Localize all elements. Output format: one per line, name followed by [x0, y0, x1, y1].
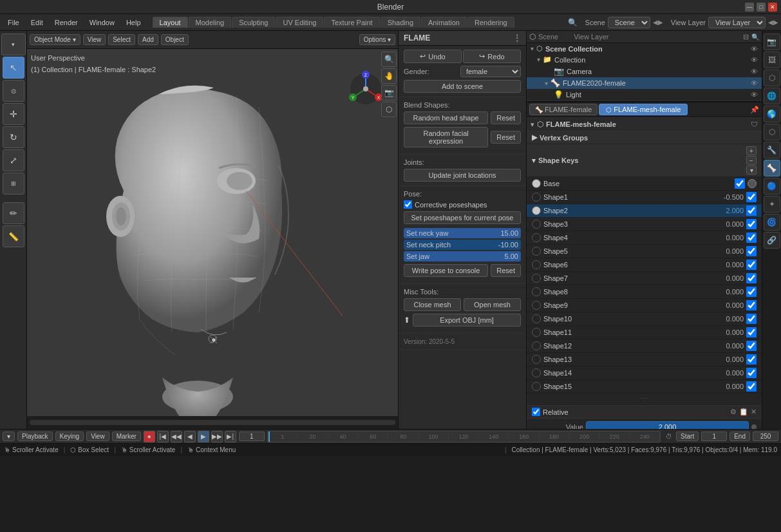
- collection-item[interactable]: ▾ 📁 Collection 👁: [527, 54, 762, 65]
- filter-icon[interactable]: ⊟: [743, 33, 749, 41]
- view-menu[interactable]: View: [83, 34, 106, 45]
- select-menu[interactable]: Select: [108, 34, 135, 45]
- tl-playback-btn[interactable]: Playback: [17, 432, 53, 441]
- props-view-layer-icon[interactable]: ⬡: [764, 70, 780, 86]
- camera-btn[interactable]: 📷: [381, 85, 397, 100]
- tool-transform[interactable]: ⊞: [3, 173, 24, 195]
- props-particles-icon[interactable]: ✦: [764, 196, 780, 213]
- workspace-layout[interactable]: Layout: [153, 17, 188, 28]
- tl-frame-strip[interactable]: 1 20 40 60 80 100 120 140 160 180 200 22…: [267, 431, 661, 442]
- shape-key-shape3[interactable]: Shape3 0.000: [527, 218, 762, 231]
- shape-key-down-btn[interactable]: ▾: [746, 166, 757, 175]
- props-options-icon[interactable]: 📌: [750, 106, 759, 114]
- sk-check-shape11[interactable]: [746, 327, 757, 337]
- lamp-btn[interactable]: ⬡: [381, 102, 397, 117]
- menu-help[interactable]: Help: [121, 17, 146, 28]
- camera-eye[interactable]: 👁: [751, 68, 758, 75]
- props-scene-icon[interactable]: 🌐: [764, 88, 780, 104]
- add-shape-key-btn[interactable]: +: [746, 146, 757, 155]
- shape-key-shape9[interactable]: Shape9 0.000: [527, 299, 762, 312]
- value-input[interactable]: [586, 421, 749, 429]
- props-output-icon[interactable]: 🖼: [764, 52, 780, 68]
- tl-keying-btn[interactable]: Keying: [55, 432, 84, 441]
- sk-check-shape13[interactable]: [746, 354, 757, 365]
- rel-icon2[interactable]: 📋: [739, 408, 748, 416]
- scene-selector[interactable]: Scene: [608, 17, 650, 28]
- flame-female-item[interactable]: ▾ 🦴 FLAME2020-female 👁: [527, 77, 762, 89]
- workspace-uv-editing[interactable]: UV Editing: [276, 17, 323, 28]
- random-facial-btn[interactable]: Random facial expression: [404, 127, 488, 147]
- sk-check-shape4[interactable]: [746, 233, 757, 243]
- relative-check[interactable]: [532, 408, 540, 416]
- shape-key-shape11[interactable]: Shape11 0.000: [527, 326, 762, 339]
- mode-selector[interactable]: ▾: [1, 33, 26, 55]
- shape-key-shape14[interactable]: Shape14 0.000: [527, 366, 762, 380]
- shape-key-shape4[interactable]: Shape4 0.000: [527, 231, 762, 245]
- tl-skip-end-btn[interactable]: ▶|: [225, 431, 236, 442]
- redo-button[interactable]: ↪ Redo: [463, 50, 521, 63]
- tool-rotate[interactable]: ↻: [3, 126, 24, 148]
- tl-next-btn[interactable]: ▶▶: [211, 431, 223, 442]
- reset-pose-btn[interactable]: Reset: [491, 264, 521, 277]
- sk-check-shape10[interactable]: [746, 314, 757, 324]
- props-object-icon[interactable]: ⬡: [764, 124, 780, 140]
- menu-render[interactable]: Render: [50, 17, 83, 28]
- collection-eye[interactable]: 👁: [751, 56, 758, 64]
- minimize-button[interactable]: —: [745, 3, 754, 12]
- shape-key-shape10[interactable]: Shape10 0.000: [527, 312, 762, 326]
- props-constraints-icon[interactable]: 🔗: [764, 232, 780, 249]
- tl-play-btn[interactable]: ▶: [198, 431, 209, 442]
- zoom-out-btn[interactable]: 🤚: [381, 68, 397, 84]
- maximize-button[interactable]: □: [757, 3, 766, 12]
- props-physics-icon[interactable]: 🌀: [764, 214, 780, 231]
- corrective-poseshapes-check[interactable]: [404, 200, 412, 209]
- workspace-rendering[interactable]: Rendering: [467, 17, 514, 28]
- shape-key-shape1[interactable]: Shape1 -0.500: [527, 191, 762, 204]
- sk-check-shape9[interactable]: [746, 300, 757, 310]
- tl-view-btn[interactable]: View: [86, 432, 109, 441]
- shape-keys-section[interactable]: ▾ Shape Keys + − ▾: [527, 144, 762, 177]
- rel-icon3[interactable]: ✕: [751, 408, 757, 416]
- sk-check-shape14[interactable]: [746, 368, 757, 378]
- tl-record-btn[interactable]: ●: [144, 431, 155, 442]
- open-mesh-btn[interactable]: Open mesh: [464, 298, 521, 311]
- shape-key-shape13[interactable]: Shape13 0.000: [527, 353, 762, 366]
- camera-item[interactable]: 📷 Camera 👁: [527, 65, 762, 77]
- props-material-icon[interactable]: 🔵: [764, 178, 780, 195]
- add-menu[interactable]: Add: [138, 34, 158, 45]
- tl-prev-frame-btn[interactable]: ◀◀: [171, 431, 182, 442]
- mesh-tab-flame-mesh-female[interactable]: ⬡ FLAME-mesh-female: [599, 104, 688, 115]
- props-modifiers-icon[interactable]: 🔧: [764, 142, 780, 158]
- gender-select[interactable]: female male: [460, 66, 521, 77]
- tl-current-frame[interactable]: [239, 432, 265, 441]
- shape-key-shape15[interactable]: Shape15 0.000: [527, 380, 762, 394]
- rel-icon1[interactable]: ⚙: [730, 408, 737, 416]
- menu-edit[interactable]: Edit: [26, 17, 48, 28]
- sk-check-shape2[interactable]: [746, 205, 757, 216]
- tool-move[interactable]: ✛: [3, 103, 24, 125]
- tool-measure[interactable]: 📏: [3, 225, 24, 247]
- mesh-tab-flame-female[interactable]: 🦴 FLAME-female: [529, 104, 598, 115]
- menu-window[interactable]: Window: [84, 17, 120, 28]
- workspace-sculpting[interactable]: Sculpting: [232, 17, 275, 28]
- reset-head-btn[interactable]: Reset: [491, 111, 521, 124]
- write-console-btn[interactable]: Write pose to console: [404, 264, 488, 277]
- export-obj-btn[interactable]: Export OBJ [mm]: [413, 314, 521, 327]
- workspace-shading[interactable]: Shading: [381, 17, 420, 28]
- light-eye[interactable]: 👁: [751, 91, 758, 99]
- zoom-in-btn[interactable]: 🔍: [381, 52, 397, 67]
- shape-key-shape2[interactable]: Shape2 2.000: [527, 204, 762, 218]
- tl-mode-btn[interactable]: ▾: [3, 432, 15, 441]
- close-button[interactable]: ✕: [768, 3, 777, 12]
- random-head-btn[interactable]: Random head shape: [404, 111, 488, 124]
- reset-facial-btn[interactable]: Reset: [491, 131, 521, 144]
- flame-eye[interactable]: 👁: [751, 79, 758, 87]
- shape-key-base[interactable]: Base: [527, 177, 762, 191]
- tool-annotate[interactable]: ✏: [3, 202, 24, 224]
- update-joints-btn[interactable]: Update joint locations: [404, 169, 521, 182]
- sk-check-base[interactable]: [735, 178, 745, 189]
- sk-check-shape5[interactable]: [746, 246, 757, 256]
- tl-start-input[interactable]: [701, 432, 727, 441]
- scene-collection-eye[interactable]: 👁: [751, 45, 758, 53]
- vertex-groups-section[interactable]: ▶ Vertex Groups: [527, 131, 762, 144]
